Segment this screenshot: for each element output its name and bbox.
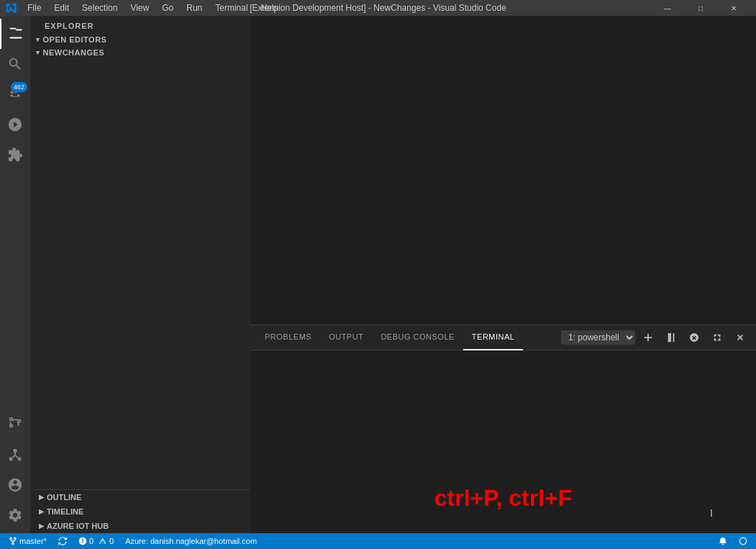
editor-content bbox=[250, 16, 756, 325]
warning-icon bbox=[99, 537, 107, 545]
azure-iot-chevron-icon: ▶ bbox=[39, 522, 44, 530]
activity-git-pr[interactable] bbox=[0, 408, 30, 438]
activity-bar-bottom bbox=[0, 408, 30, 533]
timeline-label: TIMELINE bbox=[47, 507, 83, 516]
activity-search[interactable] bbox=[0, 49, 30, 79]
tab-terminal[interactable]: TERMINAL bbox=[463, 325, 524, 350]
tab-problems[interactable]: PROBLEMS bbox=[256, 325, 320, 350]
open-editors-chevron-icon: ▾ bbox=[36, 36, 40, 43]
menu-view[interactable]: View bbox=[124, 1, 155, 14]
bell-icon bbox=[719, 537, 727, 545]
azure-status-item[interactable]: Azure: danish.naglekar@hotmail.com bbox=[122, 533, 260, 549]
activity-bar: 462 bbox=[0, 16, 30, 533]
remote-icon bbox=[739, 537, 747, 545]
branch-icon bbox=[9, 537, 17, 545]
azure-info-text: Azure: danish.naglekar@hotmail.com bbox=[125, 537, 257, 545]
panel-maximize-button[interactable] bbox=[707, 327, 727, 348]
newchanges-label: NEWCHANGES bbox=[43, 48, 105, 57]
error-icon bbox=[78, 537, 87, 545]
new-terminal-button[interactable] bbox=[638, 327, 658, 348]
errors-status-item[interactable]: 0 0 bbox=[76, 533, 117, 549]
window-controls: — □ ✕ bbox=[651, 0, 750, 16]
status-bar-right bbox=[716, 533, 750, 549]
menu-edit[interactable]: Edit bbox=[48, 1, 75, 14]
outline-section[interactable]: ▶ OUTLINE bbox=[30, 490, 250, 504]
open-editors-section: ▾ OPEN EDITORS bbox=[30, 33, 250, 46]
menu-run[interactable]: Run bbox=[181, 1, 208, 14]
maximize-button[interactable]: □ bbox=[684, 0, 717, 16]
kill-terminal-button[interactable] bbox=[684, 327, 704, 348]
newchanges-header[interactable]: ▾ NEWCHANGES bbox=[30, 46, 250, 59]
status-bar-left: master* 0 0 Azure: danish.naglekar@hotma… bbox=[6, 533, 260, 549]
panel-controls: 1: powershell bbox=[561, 327, 750, 348]
timeline-section[interactable]: ▶ TIMELINE bbox=[30, 504, 250, 519]
outline-chevron-icon: ▶ bbox=[39, 494, 44, 501]
source-control-badge: 462 bbox=[11, 82, 27, 92]
activity-account[interactable] bbox=[0, 470, 30, 500]
title-bar-left: File Edit Selection View Go Run Terminal… bbox=[6, 1, 284, 14]
tab-output[interactable]: OUTPUT bbox=[320, 325, 372, 350]
close-panel-button[interactable] bbox=[730, 327, 750, 348]
timeline-chevron-icon: ▶ bbox=[39, 508, 44, 515]
remote-status-item[interactable] bbox=[736, 533, 750, 549]
sync-status-item[interactable] bbox=[55, 533, 70, 549]
menu-bar: File Edit Selection View Go Run Terminal… bbox=[22, 1, 284, 14]
status-bar: master* 0 0 Azure: danish.naglekar@hotma… bbox=[0, 533, 756, 549]
errors-count: 0 bbox=[89, 537, 94, 545]
azure-iot-section[interactable]: ▶ AZURE IOT HUB bbox=[30, 519, 250, 533]
menu-selection[interactable]: Selection bbox=[76, 1, 123, 14]
warnings-count: 0 bbox=[109, 537, 114, 545]
title-bar: File Edit Selection View Go Run Terminal… bbox=[0, 0, 756, 16]
sidebar: Explorer ▾ OPEN EDITORS ▾ NEWCHANGES ▶ O… bbox=[30, 16, 250, 533]
split-terminal-button[interactable] bbox=[661, 327, 681, 348]
activity-remote[interactable] bbox=[0, 440, 30, 470]
vscode-logo-icon bbox=[6, 2, 17, 14]
terminal-cursor-icon: I bbox=[710, 507, 713, 519]
azure-iot-label: AZURE IOT HUB bbox=[47, 522, 109, 530]
sync-icon bbox=[58, 537, 67, 545]
panel-body: ctrl+P, ctrl+F I bbox=[250, 350, 756, 533]
outline-label: OUTLINE bbox=[47, 493, 81, 502]
activity-source-control[interactable]: 462 bbox=[0, 79, 30, 109]
panel-tabs: PROBLEMS OUTPUT DEBUG CONSOLE TERMINAL 1… bbox=[250, 325, 756, 350]
close-button[interactable]: ✕ bbox=[717, 0, 750, 16]
shortcut-display: ctrl+P, ctrl+F bbox=[434, 485, 573, 512]
open-editors-label: OPEN EDITORS bbox=[43, 35, 107, 44]
main-container: 462 Ex bbox=[0, 16, 756, 533]
panel: PROBLEMS OUTPUT DEBUG CONSOLE TERMINAL 1… bbox=[250, 325, 756, 533]
tab-debug-console[interactable]: DEBUG CONSOLE bbox=[372, 325, 463, 350]
notifications-status-item[interactable] bbox=[716, 533, 730, 549]
newchanges-section: ▾ NEWCHANGES bbox=[30, 46, 250, 59]
editor-area: PROBLEMS OUTPUT DEBUG CONSOLE TERMINAL 1… bbox=[250, 16, 756, 533]
newchanges-chevron-icon: ▾ bbox=[36, 49, 40, 56]
activity-explorer[interactable] bbox=[0, 19, 30, 49]
menu-terminal[interactable]: Terminal bbox=[209, 1, 253, 14]
window-title: [Extension Development Host] - NewChange… bbox=[250, 3, 506, 13]
activity-run-debug[interactable] bbox=[0, 109, 30, 140]
sidebar-bottom: ▶ OUTLINE ▶ TIMELINE ▶ AZURE IOT HUB bbox=[30, 489, 250, 533]
branch-name: master* bbox=[19, 537, 47, 545]
menu-file[interactable]: File bbox=[22, 1, 47, 14]
sidebar-title: Explorer bbox=[30, 16, 250, 33]
minimize-button[interactable]: — bbox=[651, 0, 684, 16]
activity-settings[interactable] bbox=[0, 500, 30, 530]
open-editors-header[interactable]: ▾ OPEN EDITORS bbox=[30, 33, 250, 46]
terminal-selector[interactable]: 1: powershell bbox=[561, 330, 635, 345]
branch-status-item[interactable]: master* bbox=[6, 533, 50, 549]
menu-go[interactable]: Go bbox=[156, 1, 179, 14]
activity-extensions[interactable] bbox=[0, 140, 30, 170]
